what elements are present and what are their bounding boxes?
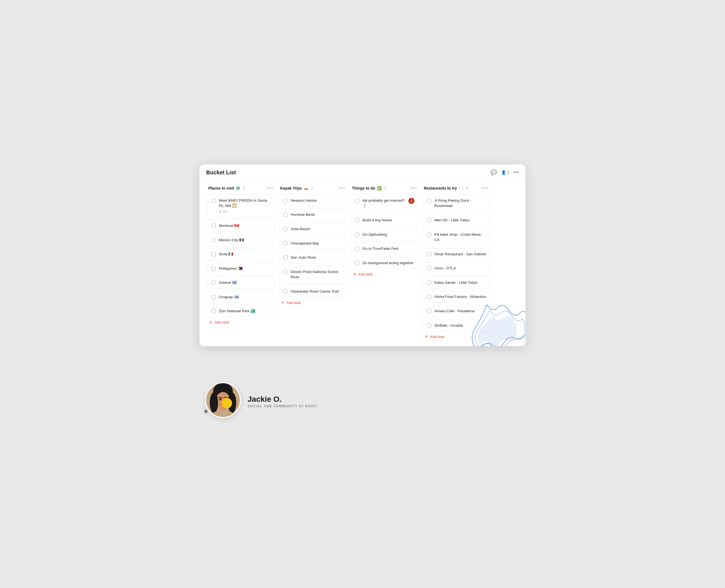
add-task-button-places[interactable]: +Add task xyxy=(207,317,275,326)
task-checkbox[interactable] xyxy=(355,260,360,266)
column-menu-kayak[interactable]: ••• xyxy=(339,185,345,191)
task-card[interactable]: Montreal 🇨🇦 xyxy=(207,220,275,232)
task-text: Amara Cafe - Pasadena xyxy=(434,308,486,314)
task-checkbox[interactable] xyxy=(427,198,431,203)
task-checkbox[interactable] xyxy=(211,198,216,203)
task-checkbox[interactable] xyxy=(427,266,431,271)
task-card[interactable]: Mexico City 🇲🇽 xyxy=(207,234,275,246)
profile-role: Social and Community at Doist xyxy=(248,404,318,408)
task-text: Newport Harbor xyxy=(291,198,343,203)
column-menu-places[interactable]: ••• xyxy=(266,185,274,191)
task-card[interactable]: Build a tiny house xyxy=(351,214,418,226)
task-card[interactable]: Katsu Sando - Little Tokyo xyxy=(423,277,490,289)
task-card[interactable]: San Juan River xyxy=(279,251,346,264)
task-checkbox[interactable] xyxy=(427,309,431,314)
task-card[interactable]: Men Oh - Little Tokyo xyxy=(423,214,490,226)
comment-icon[interactable]: 💬 xyxy=(491,169,497,175)
task-text: Ji Rong Peking Duck - Rosemead xyxy=(434,198,486,209)
task-checkbox[interactable] xyxy=(283,289,288,294)
task-text-wrap: San Juan River xyxy=(291,255,343,260)
task-checkbox[interactable] xyxy=(211,266,216,271)
add-icon: + xyxy=(209,320,212,325)
column-header-places: Places to visit 🗺️ 8••• xyxy=(207,185,275,191)
task-text: Go Spelunking xyxy=(362,232,414,237)
task-checkbox[interactable] xyxy=(211,223,216,228)
task-checkbox[interactable] xyxy=(283,198,288,203)
task-card[interactable]: Uovo - DTLA xyxy=(423,262,490,274)
task-text: Mexico City 🇲🇽 xyxy=(219,237,271,243)
add-task-button-things[interactable]: +Add task xyxy=(351,269,418,277)
task-checkbox[interactable] xyxy=(283,212,288,217)
column-restaurants: Restaurants to try 🍽️ 9•••Ji Rong Peking… xyxy=(421,185,492,340)
task-card[interactable]: Aloha Food Factory - Alhambra xyxy=(423,291,490,303)
task-checkbox[interactable] xyxy=(355,232,360,237)
task-text-wrap: Montreal 🇨🇦 xyxy=(219,223,271,229)
task-checkbox[interactable] xyxy=(211,252,216,257)
task-checkbox[interactable] xyxy=(427,252,431,257)
task-card[interactable]: Go to True/False Fest xyxy=(351,243,418,255)
column-places: Places to visit 🗺️ 8•••Meet BABY FREIDA … xyxy=(205,185,277,340)
task-checkbox[interactable] xyxy=(211,238,216,243)
task-card[interactable]: Newport Harbor xyxy=(279,194,346,207)
task-checkbox[interactable] xyxy=(355,198,360,203)
task-checkbox[interactable] xyxy=(283,255,288,260)
task-text-wrap: Omar Restaurant - San Gabriel xyxy=(434,251,486,257)
task-card[interactable]: Chesapeake Bay xyxy=(279,237,346,250)
task-checkbox[interactable] xyxy=(427,232,431,237)
profile-area: ✳ xyxy=(199,346,526,385)
task-card[interactable]: Greece 🇬🇷 xyxy=(207,277,275,289)
task-checkbox[interactable] xyxy=(211,295,216,299)
task-card[interactable]: Omar Restaurant - San Gabriel xyxy=(423,248,490,260)
task-checkbox[interactable] xyxy=(427,280,431,285)
task-text-wrap: Zion National Park 🏞️ xyxy=(219,308,271,314)
task-checkbox[interactable] xyxy=(283,269,288,274)
task-checkbox[interactable] xyxy=(427,294,431,299)
task-card[interactable]: Horshoe Bend xyxy=(279,209,346,221)
column-header-kayak: Kayak Trips 🛶 7••• xyxy=(279,185,346,191)
app-window: Bucket List 💬 👤 2 ••• Places to visit 🗺️… xyxy=(199,164,526,346)
task-card[interactable]: SinBala - Arcadia xyxy=(423,319,490,332)
task-card[interactable]: Zion National Park 🏞️ xyxy=(207,305,275,317)
task-card[interactable]: Avila Beach xyxy=(279,223,346,235)
task-card[interactable]: Uruguay 🇺🇾 xyxy=(207,291,275,303)
task-card[interactable]: Sicily 🇮🇹 xyxy=(207,248,275,260)
task-checkbox[interactable] xyxy=(283,241,288,246)
task-card[interactable]: Go Spelunking xyxy=(351,229,418,241)
titlebar: Bucket List 💬 👤 2 ••• xyxy=(199,164,526,180)
member-count: 2 xyxy=(507,170,509,175)
profile-section: Jackie O. Social and Community at Doist xyxy=(205,382,318,418)
task-text-wrap: Philippines 🇵🇭 xyxy=(219,266,271,271)
task-checkbox[interactable] xyxy=(211,280,216,285)
task-card[interactable]: Fill bake shop - Costa Mesa, CA xyxy=(423,229,490,246)
add-task-button-restaurants[interactable]: +Add task xyxy=(423,331,490,340)
task-text-wrap: SinBala - Arcadia xyxy=(434,323,486,328)
task-text-wrap: Amara Cafe - Pasadena xyxy=(434,308,486,314)
task-text: Philippines 🇵🇭 xyxy=(219,266,271,271)
task-text: SinBala - Arcadia xyxy=(434,323,486,328)
task-checkbox[interactable] xyxy=(211,309,216,314)
column-menu-restaurants[interactable]: ••• xyxy=(482,185,489,191)
task-text: Uovo - DTLA xyxy=(434,266,486,271)
task-card[interactable]: Ji Rong Peking Duck - Rosemead xyxy=(423,194,490,212)
task-checkbox[interactable] xyxy=(355,218,360,223)
task-card[interactable]: Meet BABY FREIDA in Santa Fe, NM 🌅⚙ 0/1 xyxy=(207,194,275,217)
task-text: Uruguay 🇺🇾 xyxy=(219,294,271,300)
task-text: Idk probably get married? 💍 xyxy=(362,198,406,209)
task-card[interactable]: Clearwater River Canoe Trail xyxy=(279,286,346,298)
task-card[interactable]: Idk probably get married? 💍J xyxy=(351,194,418,212)
task-text: Do background acting together xyxy=(362,260,414,266)
task-checkbox[interactable] xyxy=(427,218,431,223)
column-title-kayak: Kayak Trips 🛶 7 xyxy=(280,186,313,190)
task-text-wrap: Sicily 🇮🇹 xyxy=(219,251,271,257)
task-card[interactable]: Amara Cafe - Pasadena xyxy=(423,305,490,317)
task-card[interactable]: Do background acting together xyxy=(351,257,418,269)
task-checkbox[interactable] xyxy=(283,227,288,232)
task-meta: ⚙ 0/1 xyxy=(219,210,271,214)
task-checkbox[interactable] xyxy=(355,246,360,251)
task-card[interactable]: Eleven Point National Scenic River xyxy=(279,266,346,283)
add-task-button-kayak[interactable]: +Add task xyxy=(279,297,346,306)
more-menu-icon[interactable]: ••• xyxy=(514,170,519,175)
column-menu-things[interactable]: ••• xyxy=(410,185,417,191)
task-card[interactable]: Philippines 🇵🇭 xyxy=(207,262,275,275)
task-checkbox[interactable] xyxy=(427,323,431,328)
